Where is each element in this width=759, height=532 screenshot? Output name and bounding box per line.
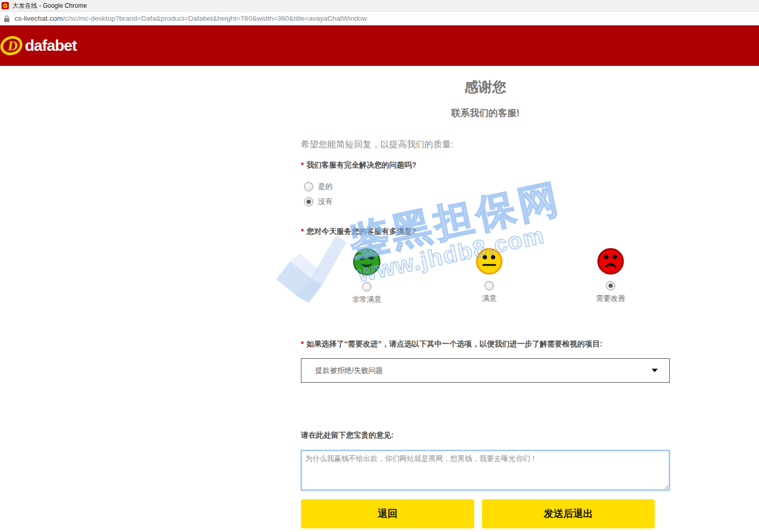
site-favicon bbox=[2, 2, 9, 9]
radio-yes[interactable] bbox=[304, 182, 313, 191]
sad-red-face-icon[interactable] bbox=[597, 248, 624, 275]
radio-yes-label[interactable]: 是的 bbox=[318, 182, 333, 191]
required-marker: * bbox=[301, 161, 304, 169]
rating-satisfied[interactable]: 满意 bbox=[448, 248, 531, 303]
comment-textarea[interactable]: 为什么我赢钱不给出款，你们网站就是黑网，想黑钱，我要去曝光你们！ bbox=[301, 450, 670, 491]
radio-option-yes[interactable]: 是的 bbox=[304, 182, 333, 191]
rating-label-very-satisfied[interactable]: 非常满意 bbox=[352, 295, 381, 304]
required-marker: * bbox=[301, 340, 304, 348]
radio-option-no[interactable]: 没有 bbox=[304, 197, 333, 206]
page-title: 感谢您 bbox=[301, 78, 670, 96]
radio-needs-improvement[interactable] bbox=[606, 281, 615, 290]
question-resolved-label: *我们客服有完全解决您的问题吗? bbox=[301, 160, 417, 170]
url-domain: cs-livechat.com bbox=[15, 15, 63, 22]
rating-needs-improvement[interactable]: 需要改善 bbox=[569, 248, 652, 303]
neutral-yellow-face-icon[interactable] bbox=[476, 248, 503, 275]
required-marker: * bbox=[301, 227, 304, 235]
issue-category-value: 提款被拒绝/失败问题 bbox=[315, 366, 652, 375]
page-url[interactable]: cs-livechat.com/c/sc/mc-desktop?brand=Da… bbox=[15, 15, 367, 22]
intro-text: 希望您能简短回复，以提高我们的质量: bbox=[301, 138, 453, 150]
window-title: 大发在线 - Google Chrome bbox=[12, 2, 87, 10]
issue-category-select[interactable]: 提款被拒绝/失败问题 bbox=[301, 358, 670, 383]
question-satisfaction-label: *您对今天服务您的客服有多满意? bbox=[301, 227, 417, 236]
question-category-label: *如果选择了“需要改进”，请点选以下其中一个选项，以便我们进一步了解需要检视的项… bbox=[301, 339, 602, 349]
lock-icon bbox=[4, 15, 10, 22]
happy-green-face-icon[interactable] bbox=[353, 248, 381, 276]
send-and-exit-button[interactable]: 发送后退出 bbox=[482, 499, 655, 528]
dafabet-wordmark: dafabet bbox=[25, 37, 77, 54]
comment-label: 请在此处留下您宝贵的意见: bbox=[301, 430, 394, 440]
svg-text:D: D bbox=[7, 38, 18, 53]
dafabet-logo-icon: D bbox=[0, 34, 24, 58]
url-path: /c/sc/mc-desktop?brand=Dafa&product=Dafa… bbox=[63, 15, 367, 22]
page-subtitle: 联系我们的客服! bbox=[301, 107, 670, 119]
brand-header: D dafabet bbox=[0, 25, 759, 66]
rating-label-needs-improvement[interactable]: 需要改善 bbox=[596, 294, 625, 303]
chevron-down-icon bbox=[652, 369, 658, 372]
radio-no[interactable] bbox=[304, 197, 313, 206]
address-bar[interactable]: cs-livechat.com/c/sc/mc-desktop?brand=Da… bbox=[0, 12, 759, 25]
radio-no-label[interactable]: 没有 bbox=[318, 197, 333, 206]
back-button[interactable]: 退回 bbox=[301, 499, 474, 528]
rating-very-satisfied[interactable]: 非常满意 bbox=[325, 248, 408, 304]
radio-satisfied[interactable] bbox=[485, 281, 494, 290]
dafabet-logo: D dafabet bbox=[0, 34, 77, 58]
rating-label-satisfied[interactable]: 满意 bbox=[482, 294, 496, 303]
radio-very-satisfied[interactable] bbox=[362, 282, 371, 291]
window-titlebar: 大发在线 - Google Chrome bbox=[0, 0, 759, 12]
